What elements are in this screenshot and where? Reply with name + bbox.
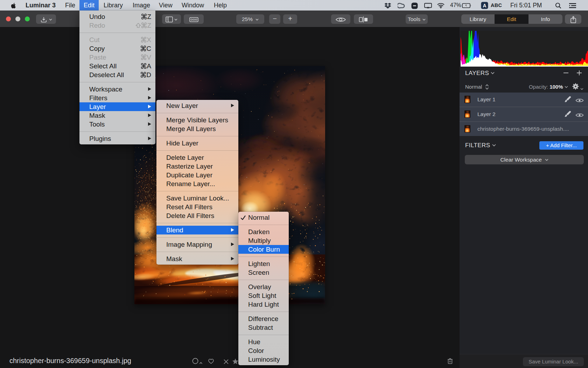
svg-text:A: A xyxy=(483,2,486,8)
